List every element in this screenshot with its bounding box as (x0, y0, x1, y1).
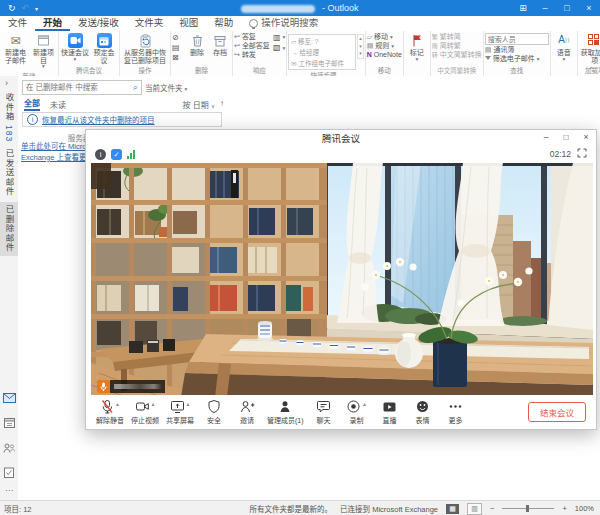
record-options-caret-icon[interactable]: ▲ (362, 401, 367, 407)
get-addins-button[interactable]: 获取加载项 (579, 32, 600, 65)
record-button[interactable]: ▲ 录制 (344, 399, 370, 425)
recover-deleted-button[interactable]: 从服务器中恢复已删除项目 (121, 32, 169, 65)
ribbon-group-delete: ⊘ ▤ ⊠ 删除 存档 删除 (171, 31, 233, 76)
tasks-nav-icon[interactable] (4, 464, 14, 482)
ribbon-group-respond: ↩答复 ↩全部答复 ↪转发 ▥▾ ▧▾ 响应 (233, 31, 287, 76)
chat-button[interactable]: 聊天 (311, 399, 337, 425)
archive-button[interactable]: 存档 (209, 32, 231, 58)
quick-step-team-email[interactable]: ✉ 工作组电子邮件 (291, 58, 353, 68)
share-screen-button[interactable]: ▲ 共享屏幕 (166, 399, 194, 425)
participant-name-badge (97, 380, 165, 393)
search-people-input[interactable] (485, 33, 549, 45)
recover-items-banner[interactable]: i 恢复最近从该文件夹中删除的项目 (22, 112, 222, 127)
simplified-to-traditional-button[interactable]: 简简转繁 (432, 42, 482, 50)
sort-by-dropdown[interactable]: 按 日期 ∨ (183, 99, 216, 110)
recover-icon (139, 33, 152, 48)
video-options-caret-icon[interactable]: ▲ (151, 401, 156, 407)
quick-step-to-manager[interactable]: → 给经理 (291, 47, 353, 57)
search-scope-dropdown[interactable]: 当前文件夹 ▾ (145, 82, 187, 93)
meeting-info-icon[interactable]: i (95, 149, 106, 160)
zoom-slider[interactable] (502, 508, 554, 509)
meeting-timer: 02:12 (550, 149, 571, 159)
quick-meeting-button[interactable]: 快速会议▾ (60, 32, 90, 63)
tell-me-search[interactable]: 操作说明搜索 (241, 15, 326, 31)
tab-help[interactable]: 帮助 (206, 15, 241, 31)
rules-button[interactable]: ▤规则▾ (367, 42, 402, 50)
live-stream-button[interactable]: 直播 (377, 399, 403, 425)
filter-email-button[interactable]: 筛选电子邮件▾ (485, 55, 549, 63)
unmute-button[interactable]: ▲ 解除静音 (96, 399, 124, 425)
zoom-out-button[interactable]: − (490, 504, 494, 513)
security-button[interactable]: 安全 (201, 399, 227, 425)
chinese-conversion-button[interactable]: 转中文简繁转换 (432, 51, 482, 59)
addins-grid-icon (588, 34, 600, 47)
flag-button[interactable]: 标记▾ (405, 32, 429, 63)
onenote-button[interactable]: NOneNote (367, 51, 402, 59)
emoji-button[interactable]: 表情 (410, 399, 436, 425)
tab-file[interactable]: 文件 (0, 15, 35, 31)
quick-step-move-to[interactable]: ▱ 移至: ? (291, 36, 353, 46)
reading-view-button[interactable]: ▦ (446, 504, 459, 514)
search-icon: ⌕ (133, 82, 141, 93)
speech-button[interactable]: A⟩⟩ 语音▾ (552, 32, 576, 63)
junk-button[interactable]: ⊠ (172, 53, 185, 62)
flag-icon (412, 33, 422, 48)
envelope-icon: ✉ (10, 33, 20, 48)
meeting-titlebar[interactable]: 腾讯会议 – □ × (86, 130, 596, 145)
new-items-button[interactable]: 新建项目▾ (30, 32, 57, 71)
people-nav-icon[interactable] (3, 439, 15, 457)
new-email-button[interactable]: ✉ 新建电子邮件 (1, 32, 30, 65)
filter-all[interactable]: 全部 (24, 97, 40, 111)
quick-steps-gallery[interactable]: ▱ 移至: ? → 给经理 ✉ 工作组电子邮件 (288, 34, 356, 70)
quick-steps-scroll[interactable]: ▴▾▾ (357, 34, 364, 59)
manage-members-button[interactable]: 管理成员(1) (267, 399, 304, 425)
layout-view-button[interactable]: ▥ (467, 503, 482, 515)
tab-send-receive[interactable]: 发送/接收 (70, 15, 127, 31)
folder-inbox[interactable]: 收件箱 183 (0, 90, 18, 145)
meeting-maximize-button[interactable]: □ (556, 130, 576, 145)
move-button[interactable]: ▱移动▾ (367, 33, 402, 41)
meeting-reply-button[interactable]: ▥▾ (273, 33, 285, 42)
reply-button[interactable]: ↩答复 (234, 33, 270, 41)
status-bar: 项目: 12 所有文件夹都是最新的。 已连接到 Microsoft Exchan… (0, 500, 600, 515)
schedule-meeting-button[interactable]: 预定会议 (90, 32, 118, 65)
mail-nav-icon[interactable] (3, 389, 16, 407)
invite-button[interactable]: 邀请 (234, 399, 260, 425)
cleanup-button[interactable]: ▤ (172, 43, 185, 52)
filter-unread[interactable]: 未读 (50, 99, 66, 110)
forward-button[interactable]: ↪转发 (234, 51, 270, 59)
end-meeting-button[interactable]: 结束会议 (528, 402, 586, 422)
fullscreen-icon[interactable] (577, 148, 587, 160)
meeting-toolbar: ▲ 解除静音 ▲ 停止视频 ▲ 共享屏幕 安全 (86, 395, 596, 429)
im-reply-button[interactable]: ▧▾ (273, 43, 285, 52)
sort-direction-button[interactable]: ↑ (220, 99, 224, 110)
more-nav-icon[interactable]: ⋯ (5, 489, 13, 492)
filter-icon (485, 56, 491, 60)
tab-folder[interactable]: 文件夹 (127, 15, 172, 31)
collapse-ribbon-icon[interactable]: ⌃ (588, 66, 594, 74)
sync-status: 所有文件夹都是最新的。 (250, 503, 333, 514)
delete-button[interactable]: 删除 (185, 32, 209, 58)
more-button[interactable]: 更多 (443, 399, 469, 425)
folder-sent[interactable]: 已发送邮件 (0, 146, 18, 200)
share-options-caret-icon[interactable]: ▲ (186, 401, 191, 407)
tab-home[interactable]: 开始 (35, 15, 70, 31)
stop-video-button[interactable]: ▲ 停止视频 (131, 399, 159, 425)
ignore-button[interactable]: ⊘ (172, 33, 185, 42)
traditional-to-simplified-button[interactable]: 繁繁转简 (432, 33, 482, 41)
reply-all-button[interactable]: ↩全部答复 (234, 42, 270, 50)
mic-options-caret-icon[interactable]: ▲ (115, 401, 120, 407)
calendar-nav-icon[interactable] (4, 414, 15, 432)
ribbon-group-tags: 标记▾ (404, 31, 431, 76)
search-input[interactable] (23, 83, 133, 92)
folder-deleted[interactable]: 已删除邮件 (0, 202, 18, 256)
tab-view[interactable]: 视图 (171, 15, 206, 31)
address-book-button[interactable]: ▤通讯簿 (485, 46, 549, 54)
search-box[interactable]: ⌕ (22, 80, 142, 95)
expand-folder-pane-icon[interactable]: › (5, 78, 8, 88)
meeting-minimize-button[interactable]: – (536, 130, 556, 145)
meeting-security-shield-icon[interactable]: ✓ (111, 149, 122, 160)
recover-items-link[interactable]: 恢复最近从该文件夹中删除的项目 (42, 114, 155, 125)
zoom-in-button[interactable]: + (562, 504, 566, 513)
meeting-close-button[interactable]: × (576, 130, 596, 145)
